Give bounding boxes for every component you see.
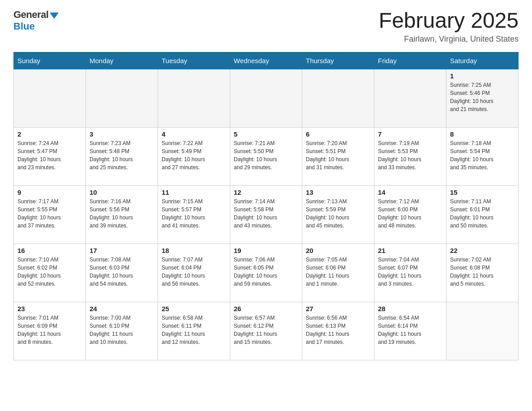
day-info: Sunrise: 6:57 AM Sunset: 6:12 PM Dayligh…: [234, 314, 298, 346]
day-info: Sunrise: 7:15 AM Sunset: 5:57 PM Dayligh…: [162, 197, 226, 230]
table-row: 11Sunrise: 7:15 AM Sunset: 5:57 PM Dayli…: [158, 185, 230, 244]
month-title: February 2025: [379, 9, 519, 33]
calendar-week-row: 16Sunrise: 7:10 AM Sunset: 6:02 PM Dayli…: [14, 244, 519, 302]
day-info: Sunrise: 7:25 AM Sunset: 5:46 PM Dayligh…: [450, 81, 515, 113]
table-row: [302, 69, 374, 127]
table-row: 21Sunrise: 7:04 AM Sunset: 6:07 PM Dayli…: [374, 244, 446, 302]
day-info: Sunrise: 7:00 AM Sunset: 6:10 PM Dayligh…: [90, 314, 154, 346]
table-row: 6Sunrise: 7:20 AM Sunset: 5:51 PM Daylig…: [302, 127, 374, 185]
logo-arrow-icon: [50, 13, 59, 19]
day-number: 25: [162, 305, 226, 313]
day-info: Sunrise: 7:21 AM Sunset: 5:50 PM Dayligh…: [234, 139, 298, 171]
page-header: General Blue February 2025 Fairlawn, Vir…: [13, 9, 519, 44]
day-info: Sunrise: 7:24 AM Sunset: 5:47 PM Dayligh…: [17, 139, 82, 171]
day-info: Sunrise: 7:14 AM Sunset: 5:58 PM Dayligh…: [234, 197, 298, 230]
col-monday: Monday: [86, 52, 158, 69]
col-sunday: Sunday: [14, 52, 86, 69]
day-info: Sunrise: 7:16 AM Sunset: 5:56 PM Dayligh…: [90, 197, 154, 230]
day-info: Sunrise: 7:05 AM Sunset: 6:06 PM Dayligh…: [306, 256, 370, 288]
table-row: 4Sunrise: 7:22 AM Sunset: 5:49 PM Daylig…: [158, 127, 230, 185]
day-info: Sunrise: 7:20 AM Sunset: 5:51 PM Dayligh…: [306, 139, 370, 171]
day-number: 19: [234, 247, 298, 254]
table-row: 3Sunrise: 7:23 AM Sunset: 5:48 PM Daylig…: [86, 127, 158, 185]
table-row: 5Sunrise: 7:21 AM Sunset: 5:50 PM Daylig…: [230, 127, 302, 185]
day-number: 4: [162, 130, 226, 138]
day-number: 1: [450, 72, 515, 80]
day-info: Sunrise: 7:12 AM Sunset: 6:00 PM Dayligh…: [378, 197, 442, 230]
logo: General Blue: [13, 9, 59, 32]
table-row: 28Sunrise: 6:54 AM Sunset: 6:14 PM Dayli…: [374, 302, 446, 360]
day-info: Sunrise: 7:18 AM Sunset: 5:54 PM Dayligh…: [450, 139, 515, 171]
table-row: 22Sunrise: 7:02 AM Sunset: 6:08 PM Dayli…: [446, 244, 519, 302]
table-row: [158, 69, 230, 127]
day-info: Sunrise: 7:17 AM Sunset: 5:55 PM Dayligh…: [17, 197, 82, 230]
day-info: Sunrise: 6:58 AM Sunset: 6:11 PM Dayligh…: [162, 314, 226, 346]
table-row: 25Sunrise: 6:58 AM Sunset: 6:11 PM Dayli…: [158, 302, 230, 360]
table-row: 2Sunrise: 7:24 AM Sunset: 5:47 PM Daylig…: [14, 127, 86, 185]
day-info: Sunrise: 7:11 AM Sunset: 6:01 PM Dayligh…: [450, 197, 515, 230]
table-row: [230, 69, 302, 127]
table-row: 12Sunrise: 7:14 AM Sunset: 5:58 PM Dayli…: [230, 185, 302, 244]
col-saturday: Saturday: [446, 52, 519, 69]
day-info: Sunrise: 7:08 AM Sunset: 6:03 PM Dayligh…: [90, 256, 154, 288]
day-number: 8: [450, 130, 515, 138]
day-number: 10: [90, 188, 154, 196]
location: Fairlawn, Virginia, United States: [379, 34, 519, 44]
table-row: [446, 302, 519, 360]
day-info: Sunrise: 7:10 AM Sunset: 6:02 PM Dayligh…: [17, 256, 82, 288]
table-row: 17Sunrise: 7:08 AM Sunset: 6:03 PM Dayli…: [86, 244, 158, 302]
col-tuesday: Tuesday: [158, 52, 230, 69]
table-row: 1Sunrise: 7:25 AM Sunset: 5:46 PM Daylig…: [446, 69, 519, 127]
table-row: [374, 69, 446, 127]
table-row: 15Sunrise: 7:11 AM Sunset: 6:01 PM Dayli…: [446, 185, 519, 244]
day-number: 18: [162, 247, 226, 254]
day-info: Sunrise: 7:07 AM Sunset: 6:04 PM Dayligh…: [162, 256, 226, 288]
day-info: Sunrise: 7:22 AM Sunset: 5:49 PM Dayligh…: [162, 139, 226, 171]
table-row: 14Sunrise: 7:12 AM Sunset: 6:00 PM Dayli…: [374, 185, 446, 244]
logo-general-text: General: [13, 9, 48, 21]
day-number: 21: [378, 247, 442, 254]
day-number: 9: [17, 188, 82, 196]
logo-blue-text: Blue: [13, 21, 35, 32]
table-row: 18Sunrise: 7:07 AM Sunset: 6:04 PM Dayli…: [158, 244, 230, 302]
day-number: 6: [306, 130, 370, 138]
day-info: Sunrise: 7:19 AM Sunset: 5:53 PM Dayligh…: [378, 139, 442, 171]
day-number: 24: [90, 305, 154, 313]
col-wednesday: Wednesday: [230, 52, 302, 69]
table-row: 27Sunrise: 6:56 AM Sunset: 6:13 PM Dayli…: [302, 302, 374, 360]
day-info: Sunrise: 7:04 AM Sunset: 6:07 PM Dayligh…: [378, 256, 442, 288]
day-number: 7: [378, 130, 442, 138]
day-number: 3: [90, 130, 154, 138]
table-row: 20Sunrise: 7:05 AM Sunset: 6:06 PM Dayli…: [302, 244, 374, 302]
col-thursday: Thursday: [302, 52, 374, 69]
calendar-table: Sunday Monday Tuesday Wednesday Thursday…: [13, 52, 519, 360]
day-number: 16: [17, 247, 82, 254]
table-row: 7Sunrise: 7:19 AM Sunset: 5:53 PM Daylig…: [374, 127, 446, 185]
day-number: 27: [306, 305, 370, 313]
day-number: 12: [234, 188, 298, 196]
calendar-header-row: Sunday Monday Tuesday Wednesday Thursday…: [14, 52, 519, 69]
calendar-week-row: 1Sunrise: 7:25 AM Sunset: 5:46 PM Daylig…: [14, 69, 519, 127]
day-number: 20: [306, 247, 370, 254]
day-number: 26: [234, 305, 298, 313]
table-row: 23Sunrise: 7:01 AM Sunset: 6:09 PM Dayli…: [14, 302, 86, 360]
calendar-week-row: 2Sunrise: 7:24 AM Sunset: 5:47 PM Daylig…: [14, 127, 519, 185]
table-row: 9Sunrise: 7:17 AM Sunset: 5:55 PM Daylig…: [14, 185, 86, 244]
table-row: [86, 69, 158, 127]
col-friday: Friday: [374, 52, 446, 69]
day-info: Sunrise: 7:13 AM Sunset: 5:59 PM Dayligh…: [306, 197, 370, 230]
day-info: Sunrise: 7:23 AM Sunset: 5:48 PM Dayligh…: [90, 139, 154, 171]
day-number: 14: [378, 188, 442, 196]
table-row: 8Sunrise: 7:18 AM Sunset: 5:54 PM Daylig…: [446, 127, 519, 185]
day-info: Sunrise: 6:56 AM Sunset: 6:13 PM Dayligh…: [306, 314, 370, 346]
day-number: 28: [378, 305, 442, 313]
day-number: 2: [17, 130, 82, 138]
day-number: 23: [17, 305, 82, 313]
day-info: Sunrise: 7:06 AM Sunset: 6:05 PM Dayligh…: [234, 256, 298, 288]
day-number: 11: [162, 188, 226, 196]
day-number: 22: [450, 247, 515, 254]
day-info: Sunrise: 7:01 AM Sunset: 6:09 PM Dayligh…: [17, 314, 82, 346]
table-row: 26Sunrise: 6:57 AM Sunset: 6:12 PM Dayli…: [230, 302, 302, 360]
table-row: 16Sunrise: 7:10 AM Sunset: 6:02 PM Dayli…: [14, 244, 86, 302]
day-number: 5: [234, 130, 298, 138]
